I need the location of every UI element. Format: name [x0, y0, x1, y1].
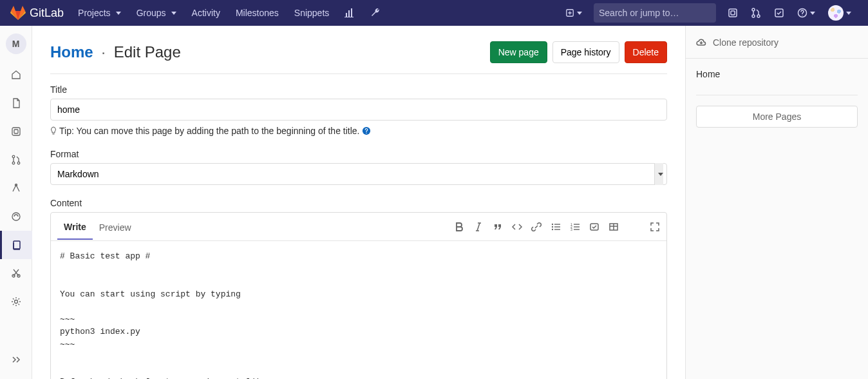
svg-point-8 [752, 8, 755, 11]
brand-text: GitLab [30, 6, 64, 20]
user-menu[interactable] [822, 0, 858, 26]
chevron-down-icon [846, 12, 851, 15]
svg-point-26 [366, 133, 367, 133]
svg-point-27 [552, 223, 553, 224]
page-subtitle: Edit Page [114, 43, 181, 61]
svg-point-13 [802, 15, 802, 15]
sidebar-item-merge-requests[interactable] [0, 146, 32, 174]
nav-todos-icon[interactable] [768, 3, 791, 23]
svg-rect-32 [554, 229, 560, 229]
svg-point-28 [552, 226, 553, 227]
svg-point-24 [14, 300, 17, 304]
nav-help-icon[interactable] [791, 3, 822, 23]
menu-snippets[interactable]: Snippets [288, 1, 335, 24]
tab-preview[interactable]: Preview [93, 215, 138, 239]
fullscreen-icon[interactable] [650, 222, 660, 232]
svg-rect-30 [554, 224, 560, 224]
menu-groups[interactable]: Groups [130, 1, 183, 24]
nav-merge-requests-icon[interactable] [744, 3, 768, 23]
svg-rect-37 [574, 226, 580, 227]
svg-point-20 [12, 213, 20, 220]
cloud-download-icon [696, 37, 706, 48]
table-icon[interactable] [609, 222, 619, 232]
nav-plus-dropdown[interactable] [559, 3, 589, 23]
svg-rect-3 [344, 17, 354, 17]
nav-chart-icon[interactable] [338, 3, 361, 23]
avatar [828, 5, 844, 21]
sidebar-collapse[interactable] [0, 345, 32, 374]
svg-rect-2 [351, 8, 352, 17]
new-page-button[interactable]: New page [490, 41, 547, 63]
sidebar-item-snippets[interactable] [0, 259, 32, 287]
format-label: Format [50, 149, 667, 159]
search-input[interactable] [599, 8, 712, 18]
svg-rect-6 [729, 9, 737, 17]
help-icon[interactable] [362, 126, 371, 135]
page-header: Home · Edit Page New page Page history D… [50, 41, 667, 63]
svg-rect-31 [554, 226, 560, 227]
chevron-down-icon [810, 12, 815, 15]
svg-point-18 [17, 162, 20, 164]
chevron-down-icon [116, 12, 121, 15]
code-icon[interactable] [512, 222, 522, 232]
page-history-button[interactable]: Page history [552, 41, 619, 63]
sidebar-item-cicd[interactable] [0, 174, 32, 202]
svg-rect-15 [14, 130, 18, 133]
sidebar-item-issues[interactable] [0, 117, 32, 146]
sidebar-item-settings[interactable] [0, 287, 32, 316]
svg-rect-7 [731, 11, 735, 15]
page-actions: New page Page history Delete [490, 41, 667, 63]
svg-rect-1 [348, 10, 350, 17]
sidebar-item-operations[interactable] [0, 202, 32, 231]
top-menu: Projects Groups Activity Milestones Snip… [71, 1, 387, 24]
svg-text:3: 3 [571, 228, 572, 231]
tab-write[interactable]: Write [57, 214, 93, 240]
wiki-page-link-home[interactable]: Home [696, 69, 858, 79]
svg-point-16 [12, 155, 15, 158]
svg-rect-14 [12, 128, 20, 135]
title-label: Title [50, 84, 667, 95]
svg-point-10 [757, 15, 760, 17]
wiki-home-link[interactable]: Home [50, 43, 93, 61]
chevron-down-icon [171, 12, 176, 15]
nav-issues-icon[interactable] [721, 3, 744, 23]
wiki-sidebar: Clone repository Home More Pages [685, 26, 868, 379]
content-textarea[interactable] [60, 250, 657, 379]
content-editor: Write Preview 123 [50, 212, 667, 379]
task-list-icon[interactable] [589, 222, 599, 232]
more-pages-button[interactable]: More Pages [696, 106, 858, 128]
nav-wrench-icon[interactable] [364, 3, 387, 23]
title-input[interactable] [50, 99, 667, 121]
gitlab-logo[interactable]: GitLab [10, 5, 64, 21]
menu-milestones[interactable]: Milestones [229, 1, 285, 24]
chevron-down-icon [577, 12, 582, 15]
project-avatar[interactable]: M [6, 34, 26, 54]
editor-toolbar: 123 [454, 222, 660, 232]
svg-rect-0 [346, 13, 347, 17]
bold-icon[interactable] [454, 222, 464, 232]
menu-activity[interactable]: Activity [185, 1, 227, 24]
content-label: Content [50, 198, 667, 208]
link-icon[interactable] [531, 222, 542, 232]
bullet-list-icon[interactable] [551, 222, 561, 232]
svg-rect-38 [574, 229, 580, 229]
title-tip: Tip: You can move this page by adding th… [50, 126, 667, 136]
project-sidebar: M [0, 26, 32, 379]
delete-button[interactable]: Delete [625, 41, 667, 63]
format-select[interactable] [50, 163, 667, 185]
sidebar-item-repository[interactable] [0, 89, 32, 117]
svg-rect-21 [14, 241, 20, 249]
sidebar-item-wiki[interactable] [0, 231, 32, 259]
main-content: Home · Edit Page New page Page history D… [32, 26, 685, 379]
svg-point-9 [752, 15, 755, 17]
separator: · [101, 43, 106, 61]
svg-point-17 [12, 162, 15, 164]
menu-projects[interactable]: Projects [71, 1, 127, 24]
global-search[interactable] [594, 3, 716, 23]
italic-icon[interactable] [473, 222, 484, 232]
numbered-list-icon[interactable]: 123 [570, 222, 580, 232]
quote-icon[interactable] [493, 222, 503, 232]
sidebar-item-project[interactable] [0, 61, 32, 89]
clone-repository-link[interactable]: Clone repository [696, 37, 858, 48]
top-nav: GitLab Projects Groups Activity Mileston… [0, 0, 868, 26]
